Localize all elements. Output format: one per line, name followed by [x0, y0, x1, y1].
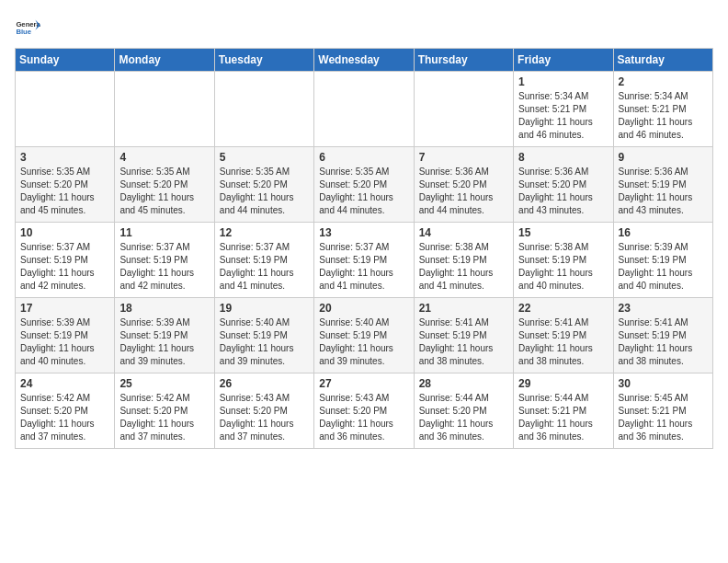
calendar-cell: 27Sunrise: 5:43 AM Sunset: 5:20 PM Dayli…: [314, 373, 414, 449]
calendar-cell: [16, 72, 115, 147]
day-info: Sunrise: 5:34 AM Sunset: 5:21 PM Dayligh…: [619, 90, 708, 142]
day-number: 17: [20, 302, 109, 315]
day-info: Sunrise: 5:37 AM Sunset: 5:19 PM Dayligh…: [119, 241, 209, 293]
day-number: 19: [220, 302, 309, 315]
calendar-cell: 12Sunrise: 5:37 AM Sunset: 5:19 PM Dayli…: [214, 223, 313, 298]
day-number: 6: [319, 151, 408, 164]
day-info: Sunrise: 5:43 AM Sunset: 5:20 PM Dayligh…: [220, 392, 309, 443]
calendar-cell: [414, 72, 513, 147]
day-number: 25: [119, 377, 209, 390]
day-info: Sunrise: 5:39 AM Sunset: 5:19 PM Dayligh…: [619, 241, 708, 293]
calendar-cell: 4Sunrise: 5:35 AM Sunset: 5:20 PM Daylig…: [115, 147, 214, 223]
week-row-0: 1Sunrise: 5:34 AM Sunset: 5:21 PM Daylig…: [16, 72, 713, 147]
week-row-2: 10Sunrise: 5:37 AM Sunset: 5:19 PM Dayli…: [16, 223, 713, 298]
day-info: Sunrise: 5:45 AM Sunset: 5:21 PM Dayligh…: [619, 392, 708, 443]
day-number: 7: [419, 151, 508, 164]
day-info: Sunrise: 5:44 AM Sunset: 5:20 PM Dayligh…: [419, 392, 508, 443]
day-info: Sunrise: 5:36 AM Sunset: 5:20 PM Dayligh…: [419, 166, 508, 217]
day-number: 13: [319, 226, 408, 239]
day-info: Sunrise: 5:42 AM Sunset: 5:20 PM Dayligh…: [119, 392, 209, 443]
calendar-cell: 10Sunrise: 5:37 AM Sunset: 5:19 PM Dayli…: [16, 223, 115, 298]
week-row-1: 3Sunrise: 5:35 AM Sunset: 5:20 PM Daylig…: [16, 147, 713, 223]
weekday-header-saturday: Saturday: [613, 49, 712, 72]
day-info: Sunrise: 5:41 AM Sunset: 5:19 PM Dayligh…: [419, 316, 508, 368]
calendar-cell: 14Sunrise: 5:38 AM Sunset: 5:19 PM Dayli…: [414, 223, 513, 298]
day-info: Sunrise: 5:37 AM Sunset: 5:19 PM Dayligh…: [220, 241, 309, 293]
calendar-cell: 2Sunrise: 5:34 AM Sunset: 5:21 PM Daylig…: [613, 72, 712, 147]
calendar-cell: 11Sunrise: 5:37 AM Sunset: 5:19 PM Dayli…: [115, 223, 214, 298]
day-info: Sunrise: 5:41 AM Sunset: 5:19 PM Dayligh…: [619, 316, 708, 368]
calendar-cell: 8Sunrise: 5:36 AM Sunset: 5:20 PM Daylig…: [514, 147, 613, 223]
day-number: 11: [119, 226, 209, 239]
calendar-cell: 5Sunrise: 5:35 AM Sunset: 5:20 PM Daylig…: [214, 147, 313, 223]
day-number: 26: [220, 377, 309, 390]
day-number: 1: [518, 75, 608, 88]
calendar-cell: 24Sunrise: 5:42 AM Sunset: 5:20 PM Dayli…: [16, 373, 115, 449]
day-info: Sunrise: 5:37 AM Sunset: 5:19 PM Dayligh…: [20, 241, 109, 293]
week-row-4: 24Sunrise: 5:42 AM Sunset: 5:20 PM Dayli…: [16, 373, 713, 449]
day-number: 18: [119, 302, 209, 315]
svg-text:Blue: Blue: [16, 28, 31, 36]
weekday-header-friday: Friday: [514, 49, 613, 72]
day-number: 22: [518, 302, 608, 315]
day-info: Sunrise: 5:37 AM Sunset: 5:19 PM Dayligh…: [319, 241, 408, 293]
calendar-table: SundayMondayTuesdayWednesdayThursdayFrid…: [15, 48, 713, 449]
day-number: 9: [619, 151, 708, 164]
day-info: Sunrise: 5:44 AM Sunset: 5:21 PM Dayligh…: [518, 392, 608, 443]
day-number: 3: [20, 151, 109, 164]
calendar-cell: 7Sunrise: 5:36 AM Sunset: 5:20 PM Daylig…: [414, 147, 513, 223]
calendar-cell: [214, 72, 313, 147]
day-number: 16: [619, 226, 708, 239]
weekday-header-tuesday: Tuesday: [214, 49, 313, 72]
svg-text:General: General: [16, 20, 40, 29]
day-info: Sunrise: 5:38 AM Sunset: 5:19 PM Dayligh…: [419, 241, 508, 293]
day-info: Sunrise: 5:35 AM Sunset: 5:20 PM Dayligh…: [220, 166, 309, 217]
day-info: Sunrise: 5:42 AM Sunset: 5:20 PM Dayligh…: [20, 392, 109, 443]
logo: General Blue: [15, 15, 40, 40]
day-info: Sunrise: 5:35 AM Sunset: 5:20 PM Dayligh…: [20, 166, 109, 217]
weekday-header-thursday: Thursday: [414, 49, 513, 72]
day-number: 23: [619, 302, 708, 315]
day-info: Sunrise: 5:35 AM Sunset: 5:20 PM Dayligh…: [319, 166, 408, 217]
day-number: 24: [20, 377, 109, 390]
day-info: Sunrise: 5:41 AM Sunset: 5:19 PM Dayligh…: [518, 316, 608, 368]
calendar-cell: 13Sunrise: 5:37 AM Sunset: 5:19 PM Dayli…: [314, 223, 414, 298]
day-info: Sunrise: 5:38 AM Sunset: 5:19 PM Dayligh…: [518, 241, 608, 293]
day-info: Sunrise: 5:39 AM Sunset: 5:19 PM Dayligh…: [20, 316, 109, 368]
day-number: 21: [419, 302, 508, 315]
calendar-cell: 30Sunrise: 5:45 AM Sunset: 5:21 PM Dayli…: [613, 373, 712, 449]
calendar-cell: 21Sunrise: 5:41 AM Sunset: 5:19 PM Dayli…: [414, 298, 513, 373]
weekday-header-row: SundayMondayTuesdayWednesdayThursdayFrid…: [16, 49, 713, 72]
calendar-cell: 28Sunrise: 5:44 AM Sunset: 5:20 PM Dayli…: [414, 373, 513, 449]
weekday-header-wednesday: Wednesday: [314, 49, 414, 72]
day-number: 27: [319, 377, 408, 390]
week-row-3: 17Sunrise: 5:39 AM Sunset: 5:19 PM Dayli…: [16, 298, 713, 373]
calendar-cell: 18Sunrise: 5:39 AM Sunset: 5:19 PM Dayli…: [115, 298, 214, 373]
day-info: Sunrise: 5:40 AM Sunset: 5:19 PM Dayligh…: [319, 316, 408, 368]
day-number: 29: [518, 377, 608, 390]
calendar-cell: 25Sunrise: 5:42 AM Sunset: 5:20 PM Dayli…: [115, 373, 214, 449]
calendar-cell: 9Sunrise: 5:36 AM Sunset: 5:19 PM Daylig…: [613, 147, 712, 223]
day-number: 15: [518, 226, 608, 239]
calendar-cell: 16Sunrise: 5:39 AM Sunset: 5:19 PM Dayli…: [613, 223, 712, 298]
day-info: Sunrise: 5:43 AM Sunset: 5:20 PM Dayligh…: [319, 392, 408, 443]
day-number: 10: [20, 226, 109, 239]
calendar-cell: 3Sunrise: 5:35 AM Sunset: 5:20 PM Daylig…: [16, 147, 115, 223]
calendar-cell: [314, 72, 414, 147]
day-info: Sunrise: 5:36 AM Sunset: 5:20 PM Dayligh…: [518, 166, 608, 217]
calendar-cell: [115, 72, 214, 147]
calendar-cell: 1Sunrise: 5:34 AM Sunset: 5:21 PM Daylig…: [514, 72, 613, 147]
day-number: 2: [619, 75, 708, 88]
day-number: 5: [220, 151, 309, 164]
day-number: 20: [319, 302, 408, 315]
calendar-cell: 29Sunrise: 5:44 AM Sunset: 5:21 PM Dayli…: [514, 373, 613, 449]
day-number: 8: [518, 151, 608, 164]
calendar-cell: 15Sunrise: 5:38 AM Sunset: 5:19 PM Dayli…: [514, 223, 613, 298]
calendar-cell: 26Sunrise: 5:43 AM Sunset: 5:20 PM Dayli…: [214, 373, 313, 449]
day-info: Sunrise: 5:36 AM Sunset: 5:19 PM Dayligh…: [619, 166, 708, 217]
day-number: 30: [619, 377, 708, 390]
day-number: 12: [220, 226, 309, 239]
day-info: Sunrise: 5:40 AM Sunset: 5:19 PM Dayligh…: [220, 316, 309, 368]
day-number: 4: [119, 151, 209, 164]
weekday-header-sunday: Sunday: [16, 49, 115, 72]
